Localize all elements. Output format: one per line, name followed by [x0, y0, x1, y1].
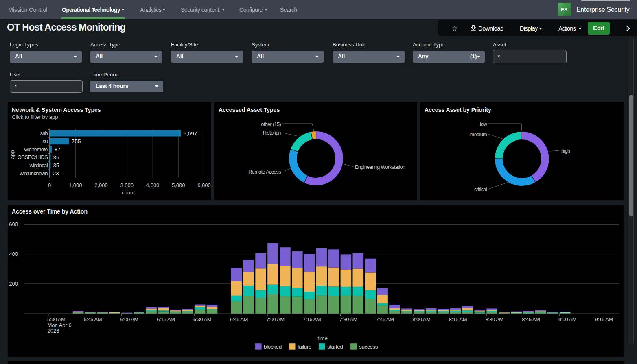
svg-text:35: 35 [53, 162, 59, 168]
svg-text:600: 600 [9, 221, 18, 227]
svg-text:Click to filter by app: Click to filter by app [12, 114, 58, 120]
svg-text:8:30 AM: 8:30 AM [485, 316, 503, 323]
svg-text:high: high [561, 148, 570, 154]
svg-text:7:45 AM: 7:45 AM [376, 316, 394, 323]
svg-text:other (15): other (15) [261, 122, 281, 127]
svg-text:Access Asset by Priority: Access Asset by Priority [425, 107, 491, 113]
svg-text:medium: medium [470, 132, 487, 137]
svg-text:35: 35 [53, 155, 59, 161]
svg-text:low: low [480, 122, 488, 127]
svg-text:23: 23 [53, 170, 59, 177]
svg-text:ssh: ssh [40, 130, 48, 136]
svg-text:success: success [359, 344, 378, 350]
svg-text:0: 0 [48, 182, 51, 188]
svg-text:7:00 AM: 7:00 AM [266, 316, 284, 323]
svg-text:win:unknown: win:unknown [19, 170, 48, 177]
svg-text:6:15 AM: 6:15 AM [157, 316, 175, 323]
svg-text:failure: failure [298, 344, 311, 350]
svg-text:su: su [42, 138, 48, 144]
svg-text:200: 200 [9, 281, 18, 287]
svg-text:_time: _time [314, 335, 328, 341]
svg-text:6:30 AM: 6:30 AM [193, 316, 211, 323]
svg-text:app: app [9, 150, 15, 159]
svg-text:9:15 AM: 9:15 AM [595, 316, 613, 323]
svg-text:8:00 AM: 8:00 AM [412, 316, 430, 323]
svg-text:9:00 AM: 9:00 AM [558, 316, 576, 323]
svg-text:Mon Apr 6: Mon Apr 6 [48, 322, 72, 328]
svg-text:count: count [122, 190, 135, 196]
svg-text:Accessed Asset Types: Accessed Asset Types [219, 107, 280, 113]
svg-text:2,000: 2,000 [94, 182, 108, 188]
svg-text:Historian: Historian [263, 130, 281, 136]
svg-text:blocked: blocked [264, 344, 282, 350]
svg-text:7:30 AM: 7:30 AM [339, 316, 357, 323]
svg-text:win:remote: win:remote [24, 146, 48, 153]
svg-text:5:45 AM: 5:45 AM [84, 316, 102, 323]
svg-text:Engineering Workstation: Engineering Workstation [355, 164, 405, 170]
svg-text:win:local: win:local [29, 162, 48, 168]
svg-text:755: 755 [72, 138, 81, 144]
svg-text:6,000: 6,000 [197, 182, 211, 188]
svg-text:3,000: 3,000 [120, 182, 134, 188]
svg-text:1,000: 1,000 [69, 182, 82, 188]
svg-text:5,097: 5,097 [184, 131, 197, 137]
svg-text:6:00 AM: 6:00 AM [120, 316, 138, 323]
svg-text:started: started [327, 344, 343, 350]
svg-text:7:15 AM: 7:15 AM [303, 316, 321, 323]
svg-text:Remote Access: Remote Access [248, 169, 281, 175]
svg-text:critical: critical [474, 187, 487, 192]
svg-text:8:45 AM: 8:45 AM [522, 316, 540, 323]
svg-text:ES: ES [561, 7, 567, 13]
svg-text:5,000: 5,000 [172, 182, 185, 188]
svg-text:OSSEC:HIDS: OSSEC:HIDS [18, 154, 48, 160]
svg-text:5:30 AM: 5:30 AM [47, 316, 65, 323]
svg-text:8:15 AM: 8:15 AM [449, 316, 467, 323]
svg-text:2026: 2026 [48, 328, 59, 334]
svg-text:87: 87 [55, 146, 61, 153]
svg-text:400: 400 [9, 251, 18, 257]
svg-text:Access over Time by Action: Access over Time by Action [12, 208, 88, 215]
svg-text:6:45 AM: 6:45 AM [230, 316, 248, 323]
svg-text:Network & System Access Types: Network & System Access Types [12, 107, 101, 113]
svg-text:4,000: 4,000 [146, 182, 160, 188]
